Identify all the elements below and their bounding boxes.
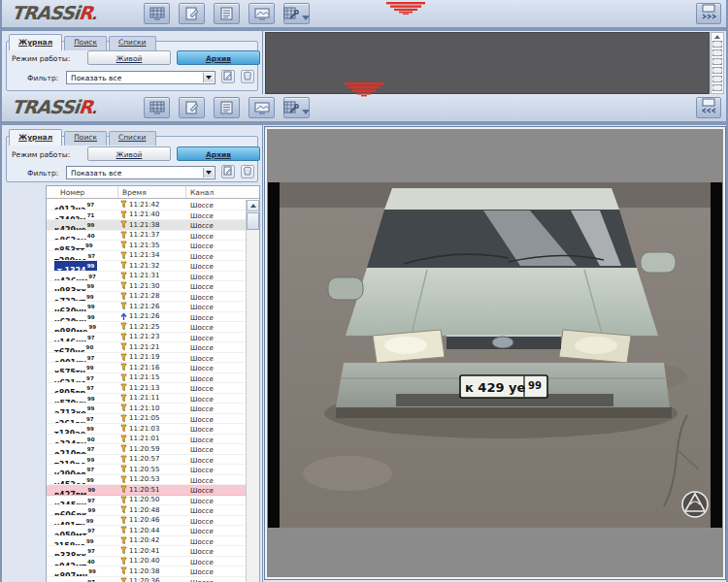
monitor-button[interactable] bbox=[248, 3, 275, 24]
trassir-drop-arrow-icon[interactable] bbox=[386, 0, 425, 18]
table-row[interactable]: о210во9711:20:59Шоссе bbox=[47, 444, 246, 455]
live-mode-button[interactable]: Живой bbox=[87, 146, 171, 161]
camera-slot-icon[interactable] bbox=[712, 41, 722, 48]
archive-mode-button[interactable]: Архив bbox=[177, 50, 260, 65]
table-row[interactable]: к807мн9911:20:38Шоссе bbox=[47, 566, 246, 577]
event-funnel-icon bbox=[120, 220, 127, 229]
table-row[interactable]: у453ос9911:20:53Шоссе bbox=[47, 475, 246, 486]
table-row[interactable]: о324ау9011:21:01Шоссе bbox=[47, 435, 246, 445]
journal-button[interactable] bbox=[214, 3, 240, 24]
table-row[interactable]: т289мо9711:21:34Шоссе bbox=[47, 251, 246, 262]
event-funnel-icon bbox=[120, 566, 127, 575]
archive-mode-button[interactable]: Архив bbox=[177, 146, 260, 161]
settings-button[interactable] bbox=[283, 3, 310, 24]
camera-slot-icon[interactable] bbox=[712, 67, 722, 74]
trassir-drop-arrow-icon[interactable] bbox=[345, 82, 383, 101]
live-label: Живой bbox=[116, 150, 143, 159]
tab-journal[interactable]: Журнал bbox=[9, 129, 62, 146]
time-cell: 11:21:25 bbox=[118, 322, 186, 332]
delete-filter-button[interactable] bbox=[241, 165, 254, 178]
collapse-panel-button[interactable] bbox=[696, 97, 721, 118]
table-row[interactable]: х575тн9911:21:16Шоссе bbox=[47, 363, 246, 373]
table-row[interactable]: е001ку9711:21:19Шоссе bbox=[47, 353, 246, 364]
column-channel[interactable]: Канал bbox=[186, 186, 259, 198]
filter-select[interactable]: Показать все bbox=[66, 166, 215, 179]
monitor-button[interactable] bbox=[248, 97, 275, 118]
tab-lists[interactable]: Списки bbox=[109, 131, 156, 146]
tab-journal[interactable]: Журнал bbox=[9, 34, 62, 50]
scroll-up-button[interactable] bbox=[247, 200, 259, 211]
table-row[interactable]: а732ут9911:21:28Шоссе bbox=[47, 292, 246, 303]
table-row[interactable]: т670нс9011:21:21Шоссе bbox=[47, 342, 246, 353]
table-row[interactable]: с740?м7111:21:40Шоссе bbox=[47, 210, 246, 221]
camera-slot-icon[interactable] bbox=[712, 84, 722, 91]
settings-button[interactable] bbox=[283, 97, 310, 118]
table-row[interactable]: т 13249911:21:32Шоссе bbox=[47, 261, 246, 272]
table-row[interactable]: н630ун9911:21:26Шоссе bbox=[47, 302, 246, 312]
tab-search[interactable]: Поиск bbox=[64, 131, 107, 146]
table-row[interactable]: а713хо9911:21:10Шоссе bbox=[47, 404, 246, 414]
camera-slot-icon[interactable] bbox=[712, 49, 722, 56]
table-row[interactable]: с805вр9711:21:13Шоссе bbox=[47, 383, 246, 394]
table-row[interactable]: т310ро9911:20:57Шоссе bbox=[47, 455, 246, 466]
plate-badge: ?158хо99 bbox=[54, 536, 94, 546]
table-row[interactable]: к570ун9911:21:11Шоссе bbox=[47, 394, 246, 404]
journal-button[interactable] bbox=[214, 97, 240, 118]
time-cell: 11:20:42 bbox=[118, 536, 186, 546]
tab-search[interactable]: Поиск bbox=[64, 36, 107, 50]
edit-button[interactable] bbox=[179, 97, 205, 118]
table-row[interactable]: в042мт4011:20:40Шоссе bbox=[47, 557, 246, 567]
expand-panel-button[interactable] bbox=[696, 3, 721, 24]
table-row[interactable]: к429уе9911:21:38Шоссе bbox=[47, 220, 246, 231]
table-row[interactable]: ?158хо9911:20:42Шоссе bbox=[47, 536, 246, 547]
plate-badge: т289мо97 bbox=[54, 251, 95, 261]
column-number[interactable]: Номер bbox=[47, 186, 118, 198]
templates-button[interactable] bbox=[144, 97, 170, 118]
plate-badge: у621кс97 bbox=[54, 373, 94, 383]
camera-strip[interactable] bbox=[711, 32, 724, 94]
plate-badge: к570ун99 bbox=[54, 394, 95, 404]
table-row[interactable]: в853тт9911:21:35Шоссе bbox=[47, 241, 246, 251]
table-row[interactable]: у146нн9711:21:23Шоссе bbox=[47, 333, 246, 343]
scrollbar-thumb[interactable] bbox=[247, 212, 259, 230]
table-scrollbar[interactable] bbox=[246, 200, 259, 582]
table-row[interactable]: у481тх9911:20:46Шоссе bbox=[47, 516, 246, 527]
new-filter-button[interactable] bbox=[221, 165, 235, 178]
combo-arrow-icon[interactable] bbox=[203, 168, 214, 178]
table-row[interactable]: н345кн9711:20:50Шоссе bbox=[47, 496, 246, 506]
table-row[interactable]: с261ах9711:21:05Шоссе bbox=[47, 414, 246, 425]
table-row[interactable]: о811нн9711:20:36Шоссе bbox=[47, 577, 246, 582]
table-row[interactable]: у621кс9711:21:15Шоссе bbox=[47, 373, 246, 384]
plate-cell: х575тн99 bbox=[47, 363, 118, 372]
table-row[interactable]: у290ов9711:20:55Шоссе bbox=[47, 465, 246, 475]
camera-slot-icon[interactable] bbox=[712, 76, 722, 82]
table-row[interactable]: р606рк9911:20:48Шоссе bbox=[47, 505, 246, 516]
combo-arrow-icon[interactable] bbox=[203, 73, 214, 82]
camera-slot-icon[interactable] bbox=[712, 58, 722, 65]
filter-select[interactable]: Показать все bbox=[66, 71, 215, 84]
table-row[interactable]: н983хх9911:21:30Шоссе bbox=[47, 281, 246, 292]
table-row[interactable]: в427вм9911:20:51Шоссе bbox=[47, 485, 246, 496]
column-time[interactable]: Время bbox=[118, 186, 186, 198]
scroll-up-icon[interactable] bbox=[714, 35, 720, 39]
video-area-empty[interactable] bbox=[265, 32, 710, 94]
table-row[interactable]: а863оу4011:21:37Шоссе bbox=[47, 231, 246, 242]
table-row[interactable]: а059мт9711:20:44Шоссе bbox=[47, 526, 246, 536]
event-funnel-icon bbox=[120, 241, 127, 249]
edit-button[interactable] bbox=[179, 3, 205, 24]
event-funnel-icon bbox=[120, 424, 127, 433]
table-row[interactable]: с012на9711:21:42Шоссе bbox=[47, 200, 246, 210]
delete-filter-button[interactable] bbox=[241, 70, 254, 83]
tab-lists[interactable]: Списки bbox=[109, 36, 156, 50]
templates-button[interactable] bbox=[144, 3, 170, 24]
table-row[interactable]: р980ме9911:21:25Шоссе bbox=[47, 322, 246, 333]
live-mode-button[interactable]: Живой bbox=[87, 50, 171, 65]
table-row[interactable]: р338кк9711:20:41Шоссе bbox=[47, 546, 246, 557]
new-filter-button[interactable] bbox=[221, 70, 235, 83]
channel-cell: Шоссе bbox=[186, 475, 246, 485]
video-panel[interactable]: к 429 уе 99 bbox=[265, 127, 725, 579]
table-row[interactable]: т139ае9911:21:03Шоссе bbox=[47, 424, 246, 435]
table-row[interactable]: н436нм9711:21:31Шоссе bbox=[47, 272, 246, 282]
channel-cell: Шоссе bbox=[186, 210, 246, 220]
table-row[interactable]: н630ун9911:21:26Шоссе bbox=[47, 312, 246, 323]
